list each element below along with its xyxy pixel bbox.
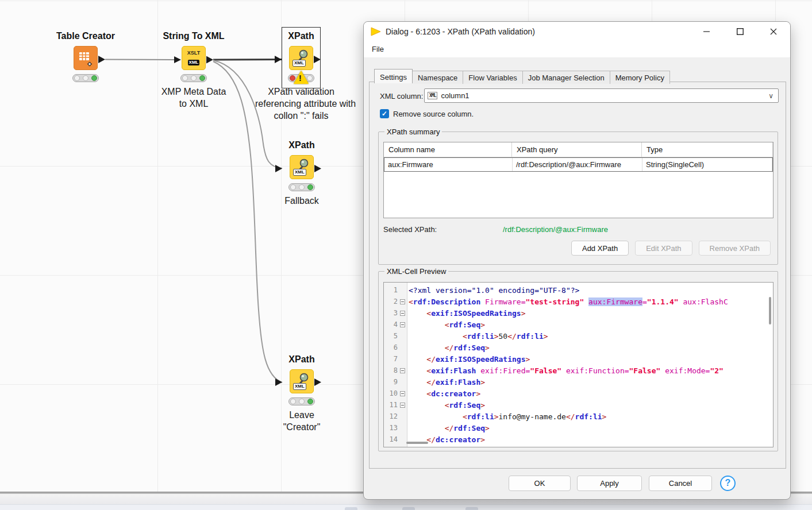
- status-dot-green: [307, 399, 313, 404]
- vertical-scrollbar-thumb[interactable]: [769, 297, 771, 324]
- xml-column-value: column1: [441, 91, 469, 100]
- status-dot-off: [299, 184, 305, 190]
- node-body-xpath[interactable]: XML: [290, 155, 314, 179]
- status-dot-off: [83, 75, 88, 81]
- horizontal-scrollbar-thumb[interactable]: [406, 442, 428, 444]
- node-name-label: XPath: [256, 353, 348, 366]
- tab-settings[interactable]: Settings: [374, 69, 413, 83]
- status-dot-off: [290, 399, 296, 404]
- workflow-node-0: Table Creator: [40, 30, 132, 82]
- code-line: 6 </rdf:Seq>: [384, 342, 765, 353]
- ok-button[interactable]: OK: [509, 476, 571, 491]
- status-dot-off: [290, 184, 296, 190]
- node-status-lights: [288, 397, 315, 405]
- workflow-node-1: String To XMLXSLTXMLXMP Meta Datato XML: [148, 30, 240, 110]
- workflow-node-2: XPathXML!XPath validationreferencing att…: [255, 30, 347, 122]
- node-name-label: XPath: [256, 139, 348, 152]
- node-body-xpath[interactable]: XML: [290, 369, 314, 393]
- code-text: </exif:ISOSpeedRatings>: [409, 355, 530, 364]
- status-dot-green: [199, 75, 205, 81]
- code-text: </exif:Flash>: [409, 378, 485, 387]
- add-xpath-button[interactable]: Add XPath: [571, 241, 629, 256]
- code-text: <?xml version="1.0" encoding="UTF-8"?>: [409, 286, 579, 295]
- fold-marker-icon[interactable]: [400, 311, 405, 316]
- taskbar-icon-hint: [402, 507, 415, 510]
- tab-memory-policy[interactable]: Memory Policy: [610, 71, 670, 84]
- line-number: 5: [384, 332, 398, 340]
- maximize-button[interactable]: [724, 22, 757, 41]
- help-button[interactable]: ?: [720, 476, 736, 491]
- node-status-lights: [180, 74, 207, 82]
- xml-column-select[interactable]: XML column1 ∨: [424, 88, 779, 103]
- line-number: 3: [384, 309, 398, 317]
- minimize-button[interactable]: [690, 22, 724, 41]
- menu-file[interactable]: File: [366, 42, 390, 56]
- line-number: 10: [384, 389, 398, 397]
- table-cell: String(SingleCell): [642, 158, 772, 171]
- xml-chip-icon: XML: [293, 60, 306, 67]
- fold-marker-icon[interactable]: [400, 391, 405, 396]
- code-line: 14 </dc:creator>: [384, 434, 765, 445]
- line-number: 12: [384, 412, 398, 420]
- line-number: 7: [384, 355, 398, 363]
- xpath-summary-table[interactable]: Column nameXPath queryType aux:Firmware/…: [383, 142, 773, 218]
- code-text: <rdf:Seq>: [409, 320, 485, 329]
- xml-preview-editor[interactable]: 1<?xml version="1.0" encoding="UTF-8"?>2…: [383, 282, 773, 447]
- line-number: 6: [384, 343, 398, 351]
- tab-job-manager-selection[interactable]: Job Manager Selection: [523, 71, 610, 84]
- remove-source-checkbox[interactable]: ✓: [380, 109, 389, 118]
- table-header-0[interactable]: Column name: [384, 142, 512, 157]
- workflow-node-3: XPathXMLFallback: [256, 139, 348, 207]
- fold-marker-icon[interactable]: [400, 322, 405, 327]
- table-cell: aux:Firmware: [384, 158, 513, 171]
- node-body-xpath[interactable]: XML: [289, 46, 313, 70]
- table-header-2[interactable]: Type: [642, 142, 773, 157]
- line-number: 4: [384, 320, 398, 329]
- fold-marker-icon[interactable]: [400, 299, 405, 304]
- tab-flow-variables[interactable]: Flow Variables: [463, 71, 522, 84]
- close-button[interactable]: [757, 22, 790, 41]
- xml-chip-icon: XML: [293, 383, 306, 390]
- code-line: 9 </exif:Flash>: [384, 376, 765, 388]
- status-dot-green: [307, 184, 313, 190]
- node-caption: Leave"Creator": [256, 409, 348, 433]
- dialog-titlebar[interactable]: Dialog - 6:1203 - XPath (XPath validatio…: [364, 22, 790, 41]
- code-line: 1<?xml version="1.0" encoding="UTF-8"?>: [384, 284, 765, 296]
- node-body-xslt[interactable]: XSLTXML: [182, 46, 206, 70]
- warning-triangle-icon: !: [294, 71, 309, 84]
- table-header-1[interactable]: XPath query: [512, 142, 642, 157]
- fold-marker-icon[interactable]: [400, 403, 405, 408]
- xml-cell-preview-legend: XML-Cell Preview: [384, 267, 448, 276]
- code-text: <exif:Flash exif:Fired="False" exif:Func…: [409, 366, 724, 375]
- tab-namespace[interactable]: Namespace: [413, 71, 463, 84]
- edit-xpath-button: Edit XPath: [635, 241, 692, 256]
- code-line: 13 </rdf:Seq>: [384, 422, 765, 434]
- knime-triangle-icon: [371, 27, 381, 36]
- status-dot-off: [299, 399, 305, 404]
- node-status-lights: !: [288, 74, 314, 82]
- xpath-summary-group: XPath summary Column nameXPath queryType…: [378, 132, 778, 265]
- table-row[interactable]: aux:Firmware/rdf:Description/@aux:Firmwa…: [384, 157, 773, 172]
- apply-button[interactable]: Apply: [577, 476, 642, 491]
- chevron-down-icon: ∨: [768, 92, 773, 100]
- fold-marker-icon[interactable]: [400, 368, 405, 373]
- line-number: 8: [384, 366, 398, 374]
- remove-source-label: Remove source column.: [393, 110, 474, 118]
- code-line: 4 <rdf:Seq>: [384, 319, 765, 330]
- taskbar-sliver: [0, 504, 812, 510]
- cancel-button[interactable]: Cancel: [649, 476, 712, 491]
- node-status-lights: [72, 74, 99, 82]
- xpath-dialog-window: Dialog - 6:1203 - XPath (XPath validatio…: [363, 21, 791, 500]
- table-cell: /rdf:Description/@aux:Firmware: [513, 158, 642, 171]
- node-body-table-creator[interactable]: [74, 46, 98, 70]
- node-name-label: Table Creator: [40, 30, 132, 42]
- tab-bar: SettingsNamespaceFlow VariablesJob Manag…: [374, 69, 670, 83]
- status-dot-off: [74, 75, 80, 81]
- node-caption: Fallback: [256, 195, 348, 207]
- dialog-title: Dialog - 6:1203 - XPath (XPath validatio…: [386, 27, 535, 36]
- taskbar-icon-hint: [345, 507, 357, 510]
- code-line: 5 <rdf:li>50</rdf:li>: [384, 330, 765, 342]
- line-number: 1: [384, 286, 398, 294]
- line-number: 14: [384, 435, 398, 443]
- code-line: 10 <dc:creator>: [384, 388, 765, 399]
